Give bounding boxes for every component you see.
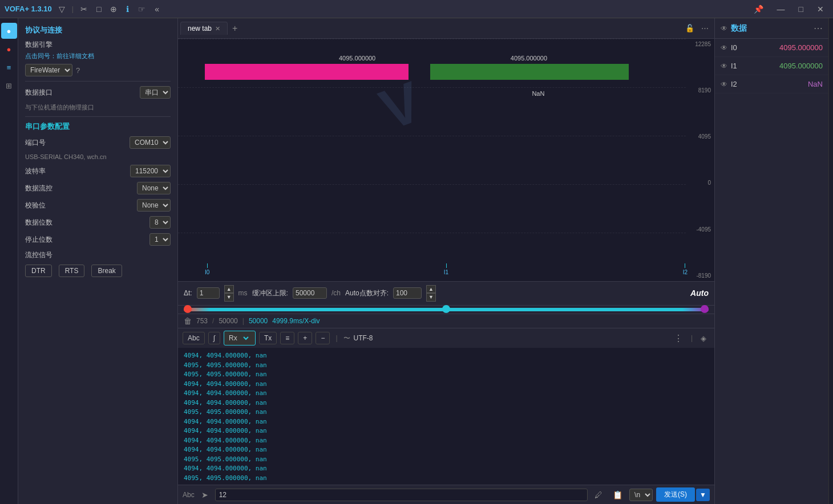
engine-select[interactable]: FireWater: [25, 64, 72, 76]
square-icon[interactable]: □: [94, 3, 103, 15]
abc-btn[interactable]: Abc: [183, 332, 205, 344]
maximize-btn[interactable]: □: [794, 3, 808, 15]
strip-item-layers[interactable]: ⊞: [1, 78, 17, 94]
icon-strip: ● ● ≡ ⊞: [0, 18, 18, 504]
term-line-3: 4094, 4094.000000, nan: [184, 380, 709, 389]
engine-help-icon[interactable]: ?: [76, 66, 80, 75]
crosshair-icon[interactable]: ⊕: [108, 3, 119, 15]
app-logo: VOFA+ 1.3.10: [5, 5, 52, 13]
history-btn[interactable]: 📋: [609, 489, 626, 501]
lock-tab-btn[interactable]: 🔓: [682, 23, 698, 34]
newline-select[interactable]: \n: [629, 489, 653, 501]
curve-btn[interactable]: ∫: [208, 332, 220, 344]
pin-btn[interactable]: 📌: [749, 3, 768, 15]
x-label-1[interactable]: I1: [444, 269, 448, 275]
terminal-more-btn[interactable]: ⋮: [670, 333, 686, 344]
bar-green-value: 4095.000000: [511, 55, 547, 62]
terminal-clear-btn[interactable]: ◈: [697, 334, 710, 343]
interface-row: 数据接口 串口: [25, 86, 171, 99]
strip-item-circle[interactable]: ●: [1, 23, 17, 39]
auto-align-input[interactable]: [393, 287, 422, 299]
baud-select[interactable]: 115200: [130, 165, 171, 177]
grid-line-3: [178, 184, 686, 185]
auto-label: Auto: [690, 288, 709, 298]
x-tick-1: I1: [444, 263, 448, 275]
parity-select[interactable]: None: [137, 199, 171, 212]
interface-select[interactable]: 串口: [140, 86, 171, 99]
auto-align-up[interactable]: ▲: [426, 285, 436, 294]
auto-align-down[interactable]: ▼: [426, 293, 436, 302]
clear-input-btn[interactable]: 🖊: [591, 489, 606, 501]
strip-item-record[interactable]: ●: [1, 41, 17, 57]
send-btn[interactable]: 发送(S): [656, 487, 695, 502]
grid-line-0: [178, 39, 686, 39]
scissors-icon[interactable]: ✂: [78, 3, 90, 15]
rx-select[interactable]: ▼: [239, 333, 250, 343]
sidebar: 协议与连接 数据引擎 点击同号：前往详细文档 FireWater ? 数据接口 …: [18, 18, 178, 504]
engine-doc-link[interactable]: 点击同号：前往详细文档: [25, 52, 94, 59]
slider-track[interactable]: [184, 308, 709, 311]
port-select[interactable]: COM10: [130, 136, 171, 149]
eye-I0[interactable]: 👁: [721, 44, 727, 52]
terminal-input[interactable]: [215, 489, 588, 501]
terminal-toolbar: Abc ∫ Rx ▼ Tx ≡ + − | 〜 UTF-8 ⋮ | ◈: [178, 328, 714, 348]
rts-btn[interactable]: RTS: [59, 265, 85, 277]
input-icon-send[interactable]: ➤: [198, 489, 212, 501]
plus-btn[interactable]: +: [298, 332, 312, 344]
info-icon[interactable]: ℹ: [124, 3, 131, 15]
bar-green: [430, 64, 629, 80]
add-tab-btn[interactable]: +: [229, 23, 241, 34]
minus-btn[interactable]: −: [316, 332, 330, 344]
buffer-input[interactable]: [293, 287, 327, 299]
minimize-btn[interactable]: —: [773, 3, 790, 15]
align-btn[interactable]: ≡: [280, 332, 294, 344]
divider-1: [25, 81, 171, 82]
sidebar-content: 协议与连接 数据引擎 点击同号：前往详细文档 FireWater ? 数据接口 …: [18, 18, 177, 504]
tx-btn[interactable]: Tx: [259, 332, 277, 344]
signals-label: 流控信号: [25, 250, 171, 260]
arrow-icon[interactable]: ▽: [56, 3, 67, 15]
grid-line-4: [178, 233, 686, 233]
eye-I1[interactable]: 👁: [721, 62, 727, 70]
term-line-5: 4094, 4094.000000, nan: [184, 399, 709, 408]
eye-I2[interactable]: 👁: [721, 80, 727, 88]
port-label: 端口号: [25, 138, 46, 148]
slider-thumb-mid[interactable]: [442, 305, 450, 313]
y-label-8190: 8190: [687, 87, 713, 94]
center-panel: new tab ✕ + 🔓 ⋯ 12285 8190 4095 0 -4095 …: [178, 18, 714, 504]
delta-t-down[interactable]: ▼: [224, 293, 234, 302]
stats-cyan1: 50000: [249, 317, 268, 325]
flow-select[interactable]: None: [137, 182, 171, 194]
more-tab-btn[interactable]: ⋯: [698, 23, 712, 34]
right-title: 数据: [731, 23, 814, 34]
dtr-btn[interactable]: DTR: [25, 265, 52, 277]
right-more-btn[interactable]: ⋯: [814, 23, 823, 34]
data-item-I1: 👁 I1 4095.000000: [715, 57, 828, 75]
serial-section-title[interactable]: 串口参数配置: [25, 121, 171, 132]
break-btn[interactable]: Break: [91, 265, 122, 277]
delta-t-up[interactable]: ▲: [224, 285, 234, 294]
databits-select[interactable]: 8: [149, 216, 171, 229]
clear-btn[interactable]: 🗑: [184, 316, 192, 326]
finger-icon[interactable]: ☞: [136, 3, 148, 15]
right-eye-icon[interactable]: 👁: [721, 25, 727, 32]
slider-thumb-right[interactable]: [701, 305, 709, 313]
close-btn[interactable]: ✕: [812, 3, 828, 15]
delta-t-input[interactable]: 1: [197, 287, 220, 299]
strip-item-menu[interactable]: ≡: [1, 59, 17, 75]
slider-thumb-left[interactable]: [184, 305, 192, 313]
tab-new[interactable]: new tab ✕: [180, 22, 228, 35]
terminal-content[interactable]: 4094, 4094.000000, nan 4095, 4095.000000…: [178, 348, 714, 485]
divider-2: [25, 116, 171, 117]
tab-close-btn[interactable]: ✕: [215, 25, 220, 32]
databits-row: 数据位数 8: [25, 216, 171, 229]
stats-sep1: /: [212, 317, 214, 325]
protocol-section-title[interactable]: 协议与连接: [25, 25, 171, 35]
databits-label: 数据位数: [25, 218, 52, 227]
send-arrow-btn[interactable]: ▼: [696, 489, 710, 501]
x-label-0[interactable]: I0: [205, 269, 209, 275]
stopbits-row: 停止位数 1: [25, 233, 171, 246]
stopbits-select[interactable]: 1: [149, 233, 171, 246]
collapse-icon[interactable]: «: [152, 3, 161, 15]
rx-btn[interactable]: Rx ▼: [224, 331, 256, 346]
